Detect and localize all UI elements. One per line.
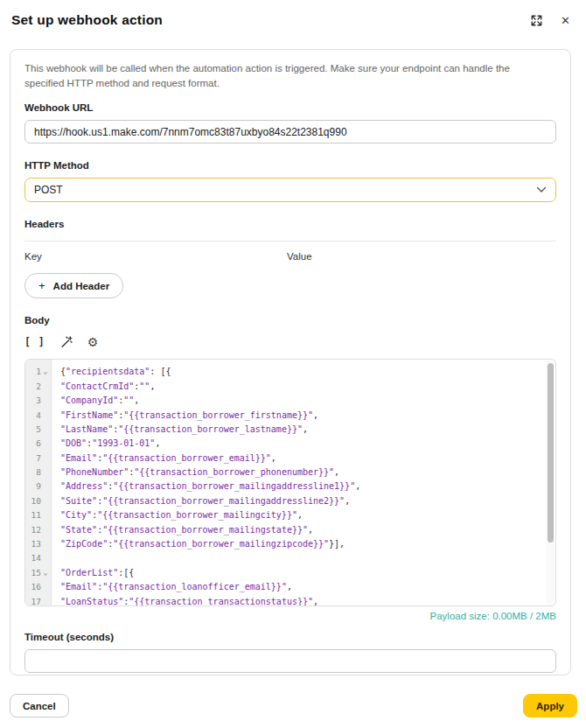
code-line[interactable]: {"recipientsdata": [{ <box>60 365 555 379</box>
fold-spacer <box>41 595 50 607</box>
fold-spacer <box>41 508 50 522</box>
gutter-line[interactable]: 15⌄ <box>25 566 51 580</box>
http-method-label: HTTP Method <box>24 160 556 171</box>
gutter-line: 17 <box>25 595 51 607</box>
gutter-line: 14 <box>25 551 51 565</box>
headers-divider <box>24 241 556 242</box>
dialog-header: Set up webhook action ✕ <box>0 0 586 28</box>
gutter-line: 7 <box>25 452 51 466</box>
fold-spacer <box>41 452 50 466</box>
gear-icon[interactable]: ⚙ <box>87 336 99 348</box>
code-line[interactable]: "FirstName":"{{transaction_borrower_firs… <box>60 409 555 423</box>
fold-spacer <box>41 494 50 508</box>
gutter-line: 9 <box>25 480 51 494</box>
headers-label: Headers <box>24 219 556 229</box>
body-label: Body <box>24 315 556 326</box>
timeout-input[interactable] <box>24 649 556 673</box>
gutter-line: 2 <box>25 380 51 394</box>
editor-scrollbar-thumb[interactable] <box>548 363 554 542</box>
magic-wand-icon[interactable] <box>59 335 73 349</box>
webhook-settings-panel: This webhook will be called when the aut… <box>10 49 571 676</box>
add-header-label: Add Header <box>53 281 110 291</box>
fold-spacer <box>41 423 50 437</box>
code-line[interactable]: "ZipCode":"{{transaction_borrower_mailin… <box>60 537 555 551</box>
fold-spacer <box>41 551 50 565</box>
gutter-line: 10 <box>25 494 51 508</box>
fold-spacer <box>41 394 50 408</box>
gutter-line: 5 <box>25 423 51 437</box>
editor-gutter: 1⌄23456789101112131415⌄1617 <box>25 360 52 606</box>
gutter-line: 4 <box>25 409 51 423</box>
gutter-line: 16 <box>25 580 51 594</box>
body-editor[interactable]: 1⌄23456789101112131415⌄1617 {"recipients… <box>24 359 556 606</box>
expand-icon[interactable] <box>530 14 543 27</box>
format-json-icon[interactable]: [ ] <box>24 336 45 348</box>
code-line[interactable]: "Email":"{{transaction_borrower_email}}"… <box>60 452 555 466</box>
code-line[interactable]: "LastName":"{{transaction_borrower_lastn… <box>60 423 555 437</box>
timeout-label: Timeout (seconds) <box>24 632 556 642</box>
fold-spacer <box>41 523 50 537</box>
cancel-button[interactable]: Cancel <box>10 694 69 718</box>
code-line[interactable]: "Email":"{{transaction_loanofficer_email… <box>60 580 555 594</box>
webhook-url-label: Webhook URL <box>24 102 556 113</box>
headers-key-column-label: Key <box>24 251 287 262</box>
code-line[interactable]: "PhoneNumber":"{{transaction_borrower_ph… <box>60 466 555 480</box>
body-toolbar: [ ] ⚙ <box>24 334 556 350</box>
code-line[interactable]: "OrderList":[{ <box>60 566 555 580</box>
fold-spacer <box>41 580 50 594</box>
dialog-footer: Cancel Apply <box>10 694 577 718</box>
webhook-url-input[interactable] <box>24 120 556 144</box>
gutter-line: 12 <box>25 523 51 537</box>
plus-icon: + <box>38 279 45 292</box>
fold-spacer <box>41 437 50 451</box>
headers-value-column-label: Value <box>287 251 312 262</box>
code-line[interactable] <box>60 551 555 565</box>
gutter-line: 13 <box>25 537 51 551</box>
http-method-value: POST <box>34 184 63 196</box>
webhook-description: This webhook will be called when the aut… <box>24 61 549 90</box>
fold-chevron-icon: ⌄ <box>41 365 50 379</box>
page-title: Set up webhook action <box>11 12 163 28</box>
payload-size-indicator: Payload size: 0.00MB / 2MB <box>24 611 556 621</box>
apply-button[interactable]: Apply <box>523 694 577 718</box>
editor-code-area[interactable]: {"recipientsdata": [{"ContactCrmId":"","… <box>52 360 555 606</box>
code-line[interactable]: "CompanyId":"", <box>60 394 555 408</box>
http-method-select[interactable]: POST <box>24 178 556 202</box>
code-line[interactable]: "DOB":"1993-01-01", <box>60 437 555 451</box>
close-icon[interactable]: ✕ <box>561 15 570 26</box>
fold-spacer <box>41 466 50 480</box>
code-line[interactable]: "LoanStatus":"{{transaction_transactions… <box>60 595 555 606</box>
fold-spacer <box>41 537 50 551</box>
gutter-line: 8 <box>25 466 51 480</box>
gutter-line: 11 <box>25 508 51 522</box>
code-line[interactable]: "State":"{{transaction_borrower_mailings… <box>60 523 555 537</box>
fold-spacer <box>41 380 50 394</box>
close-glyph: ✕ <box>561 15 570 26</box>
fold-spacer <box>41 409 50 423</box>
code-line[interactable]: "City":"{{transaction_borrower_mailingci… <box>60 508 555 522</box>
code-line[interactable]: "Suite":"{{transaction_borrower_mailinga… <box>60 494 555 508</box>
code-line[interactable]: "ContactCrmId":"", <box>60 380 555 394</box>
code-line[interactable]: "Address":"{{transaction_borrower_mailin… <box>60 480 555 494</box>
gutter-line: 3 <box>25 394 51 408</box>
fold-spacer <box>41 480 50 494</box>
chevron-down-icon <box>536 186 547 193</box>
gutter-line: 6 <box>25 437 51 451</box>
editor-scrollbar[interactable] <box>546 360 555 605</box>
gutter-line[interactable]: 1⌄ <box>25 365 51 379</box>
fold-chevron-icon: ⌄ <box>41 566 50 580</box>
add-header-button[interactable]: + Add Header <box>24 273 123 298</box>
